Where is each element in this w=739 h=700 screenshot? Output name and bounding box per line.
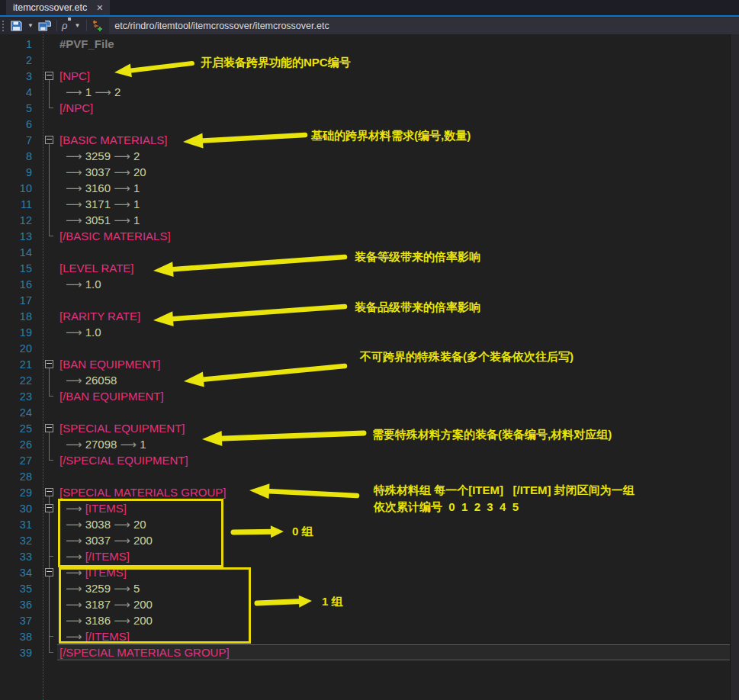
line-number: 3 [0,70,43,82]
arrow-glyph: ⟶ [114,582,130,596]
fold-guide [43,212,57,228]
line-number: 23 [0,390,43,403]
code-line[interactable]: 28 [0,468,739,484]
code-line[interactable]: 17 [0,292,739,308]
code-text [57,292,731,308]
pvf-value: 1 [130,197,140,210]
fold-guide [43,164,57,180]
line-number: 35 [0,583,43,595]
pvf-value: 200 [130,614,153,627]
code-line[interactable]: 6 [0,116,739,132]
code-line[interactable]: 32⟶ 3037 ⟶ 200 [0,532,739,548]
fold-collapse-icon[interactable] [43,68,57,84]
fold-guide [43,580,57,596]
line-number: 9 [0,166,43,178]
line-number: 8 [0,150,43,162]
code-line[interactable]: 11⟶ 3171 ⟶ 1 [0,196,739,212]
code-line[interactable]: 34⟶ [ITEMS] [0,564,739,580]
code-line[interactable]: 4⟶ 1 ⟶ 2 [0,84,739,100]
code-text: [/BASIC MATERIALS] [57,228,731,244]
code-line[interactable]: 10⟶ 3160 ⟶ 1 [0,180,739,196]
code-line[interactable]: 39[/SPECIAL MATERIALS GROUP] [0,644,739,660]
code-text: ⟶ 3038 ⟶ 20 [57,516,731,532]
save-as-icon[interactable] [37,18,53,34]
vertical-scrollbar[interactable] [730,34,739,700]
code-line[interactable]: 31⟶ 3038 ⟶ 20 [0,516,739,532]
code-text: ⟶ 1.0 [57,324,731,340]
line-number: 24 [0,406,43,419]
code-line[interactable]: 13[/BASIC MATERIALS] [0,228,739,244]
code-line[interactable]: 14 [0,244,739,260]
file-path-field[interactable]: etc/rindro/itemtool/itemcrossover/itemcr… [109,18,739,34]
fold-collapse-icon[interactable] [43,484,57,500]
pvf-value: 27098 [82,438,120,451]
code-text: [/NPC] [57,100,731,116]
arrow-glyph: ⟶ [66,598,82,612]
code-line[interactable]: 2 [0,52,739,68]
code-line[interactable]: 16⟶ 1.0 [0,276,739,292]
line-number: 15 [0,262,43,275]
pvf-value: 3160 [82,181,114,194]
close-icon[interactable]: ✕ [96,4,103,12]
pvf-tag: [NPC] [59,69,90,82]
code-line[interactable]: 29[SPECIAL MATERIALS GROUP] [0,484,739,500]
code-line[interactable]: 36⟶ 3187 ⟶ 200 [0,596,739,612]
fold-collapse-icon[interactable] [43,356,57,372]
fold-guide [43,100,57,116]
line-number: 30 [0,503,43,515]
fold-collapse-icon[interactable] [43,564,57,580]
line-number: 39 [0,647,43,659]
code-line[interactable]: 22⟶ 26058 [0,372,739,388]
code-line[interactable]: 38⟶ [/ITEMS] [0,628,739,644]
code-line[interactable]: 1#PVF_File [0,36,739,52]
arrow-glyph: ⟶ [114,165,130,179]
fold-guide [43,52,57,68]
tree-sync-icon[interactable] [90,18,106,34]
line-number: 27 [0,454,43,467]
code-line[interactable]: 26⟶ 27098 ⟶ 1 [0,436,739,452]
pvf-value: 200 [130,534,153,547]
line-number: 16 [0,278,43,291]
code-line[interactable]: 23[/BAN EQUIPMENT] [0,388,739,404]
code-line[interactable]: 19⟶ 1.0 [0,324,739,340]
code-editor[interactable]: 1#PVF_File23[NPC]4⟶ 1 ⟶ 25[/NPC]67[BASIC… [0,34,739,700]
code-line[interactable]: 25[SPECIAL EQUIPMENT] [0,420,739,436]
code-line[interactable]: 37⟶ 3186 ⟶ 200 [0,612,739,628]
code-line[interactable]: 12⟶ 3051 ⟶ 1 [0,212,739,228]
fold-collapse-icon[interactable] [43,500,57,516]
fold-guide [43,612,57,628]
code-line[interactable]: 20 [0,340,739,356]
code-line[interactable]: 27[/SPECIAL EQUIPMENT] [0,452,739,468]
tab-itemcrossover[interactable]: itemcrossover.etc ✕ [6,0,110,15]
toolbar-grip-handle[interactable] [2,20,5,31]
format-dropdown-caret[interactable]: ▼ [71,22,83,29]
fold-collapse-icon[interactable] [43,132,57,148]
code-line[interactable]: 18[RARITY RATE] [0,308,739,324]
format-icon[interactable]: ρ [60,18,71,34]
code-line[interactable]: 3[NPC] [0,68,739,84]
code-text: ⟶ 3171 ⟶ 1 [57,196,731,212]
fold-collapse-icon[interactable] [43,420,57,436]
pvf-value: 2 [111,85,121,98]
code-line[interactable]: 33⟶ [/ITEMS] [0,548,739,564]
code-text: ⟶ 26058 [57,372,731,388]
code-line[interactable]: 30⟶ [ITEMS] [0,500,739,516]
code-line[interactable]: 24 [0,404,739,420]
arrow-glyph: ⟶ [66,582,82,596]
line-number: 11 [0,198,43,210]
code-line[interactable]: 8⟶ 3259 ⟶ 2 [0,148,739,164]
code-line[interactable]: 9⟶ 3037 ⟶ 20 [0,164,739,180]
code-line[interactable]: 15[LEVEL RATE] [0,260,739,276]
code-line[interactable]: 35⟶ 3259 ⟶ 5 [0,580,739,596]
toolbar-separator [56,20,57,31]
code-line[interactable]: 7[BASIC MATERIALS] [0,132,739,148]
save-dropdown-caret[interactable]: ▼ [24,22,37,29]
pvf-editor-window: itemcrossover.etc ✕ ▼ ρ ▼ [0,0,739,700]
code-line[interactable]: 5[/NPC] [0,100,739,116]
pvf-tag: [/ITEMS] [85,630,130,643]
save-icon[interactable] [8,18,24,34]
code-text [57,340,731,356]
line-number: 1 [0,38,43,50]
pvf-value: 1 [82,85,95,98]
code-line[interactable]: 21[BAN EQUIPMENT] [0,356,739,372]
